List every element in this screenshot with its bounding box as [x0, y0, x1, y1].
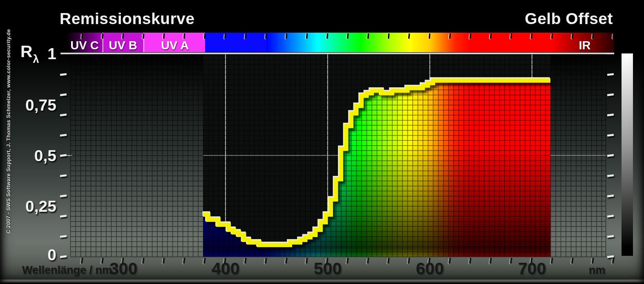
x-axis-title: Wellenlänge / nm [22, 265, 112, 276]
x-tick-label-300: 300 [110, 260, 137, 277]
x-tick-label-700: 700 [518, 260, 546, 277]
spectrum-bar [66, 33, 614, 52]
x-axis-unit-label: nm [589, 265, 606, 276]
y-tick-label-05: 0,5 [34, 148, 56, 164]
band-label-uv-b: UV B [109, 40, 137, 51]
sample-name: Gelb Offset [525, 11, 613, 27]
band-label-uv-a: UV A [161, 40, 189, 51]
page-title: Remissionskurve [60, 11, 195, 27]
x-tick-label-600: 600 [416, 260, 444, 277]
grayscale-reference-bar [622, 53, 633, 256]
band-label-ir: IR [579, 40, 591, 51]
x-tick-label-400: 400 [212, 260, 239, 277]
band-label-uv-c: UV C [70, 40, 98, 51]
y-tick-label-0: 0 [47, 247, 56, 263]
remission-chart-window: Remissionskurve Gelb Offset Rλ 1 0,75 0,… [0, 0, 644, 284]
y-tick-label-075: 0,75 [25, 97, 56, 113]
y-axis-symbol-lambda: λ [33, 53, 39, 65]
copyright-vertical-text: C 2007 - SWS Software Support, J. Thomas… [6, 29, 11, 233]
plot-area [70, 54, 606, 257]
y-tick-label-025: 0,25 [25, 198, 56, 214]
y-axis-symbol-main: R [20, 42, 33, 61]
x-tick-label-500: 500 [314, 260, 342, 277]
y-tick-label-1: 1 [47, 46, 56, 62]
y-axis-symbol: Rλ [20, 43, 39, 60]
